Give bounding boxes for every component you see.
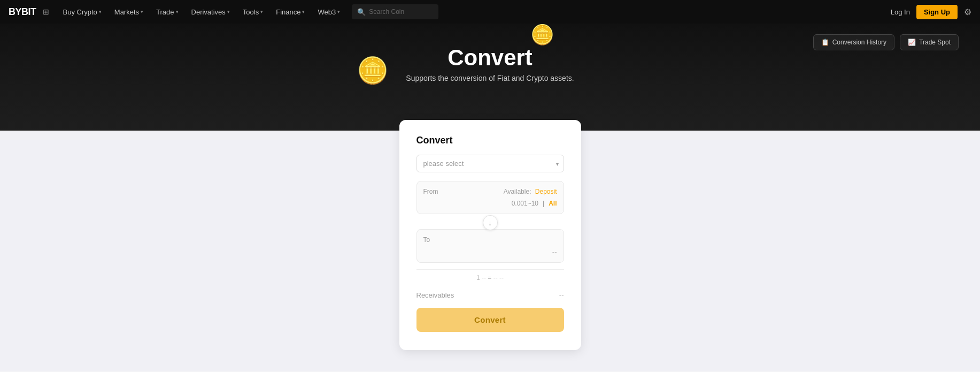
chevron-icon: ▾ <box>99 9 102 14</box>
hero-actions: 📋 Conversion History 📈 Trade Spot <box>813 34 959 50</box>
coin-select-wrapper[interactable]: please select ▾ <box>416 155 564 172</box>
trade-icon: 📈 <box>908 39 916 46</box>
rate-display: 1 -- = -- -- <box>416 269 564 286</box>
swap-button[interactable]: ↓ <box>483 215 498 230</box>
receivables-label: Receivables <box>416 291 454 299</box>
history-icon: 📋 <box>821 39 829 46</box>
receivables-row: Receivables -- <box>416 291 564 299</box>
nav-derivatives[interactable]: Derivatives ▾ <box>186 8 235 16</box>
settings-icon[interactable]: ⚙ <box>964 7 971 17</box>
coin-decoration-left: 🪙 <box>357 56 389 86</box>
from-label: From <box>423 188 438 195</box>
nav-web3[interactable]: Web3 ▾ <box>312 8 345 16</box>
search-bar[interactable]: 🔍 <box>352 4 438 19</box>
nav-markets[interactable]: Markets ▾ <box>109 8 149 16</box>
all-link[interactable]: All <box>549 200 557 207</box>
card-title: Convert <box>416 135 564 146</box>
brand-logo[interactable]: BYBIT <box>9 6 36 18</box>
chevron-icon: ▾ <box>302 9 305 14</box>
nav-tools[interactable]: Tools ▾ <box>237 8 268 16</box>
available-text: Available: Deposit <box>504 188 557 195</box>
page-content: Convert please select ▾ From Available: … <box>0 131 980 371</box>
coin-decoration-top: 🪙 <box>530 24 554 46</box>
login-button[interactable]: Log In <box>891 8 910 16</box>
chevron-icon: ▾ <box>141 9 143 14</box>
hero-section: 🪙 🪙 📋 Conversion History 📈 Trade Spot Co… <box>0 24 980 131</box>
to-value: -- <box>423 248 557 256</box>
swap-button-wrapper: ↓ <box>416 215 564 230</box>
to-label: To <box>423 236 557 244</box>
from-header: From Available: Deposit <box>423 188 557 195</box>
signup-button[interactable]: Sign Up <box>916 5 958 19</box>
trade-spot-button[interactable]: 📈 Trade Spot <box>900 34 959 50</box>
page-subtitle: Supports the conversion of Fiat and Cryp… <box>406 74 574 82</box>
nav-buy-crypto[interactable]: Buy Crypto ▾ <box>58 8 107 16</box>
from-range: 0.001~10 | All <box>423 200 557 207</box>
search-input[interactable] <box>369 8 433 16</box>
nav-right-section: Log In Sign Up ⚙ <box>891 5 971 19</box>
convert-card: Convert please select ▾ From Available: … <box>399 120 581 350</box>
convert-button[interactable]: Convert <box>416 308 564 332</box>
to-box: To -- <box>416 229 564 263</box>
from-box: From Available: Deposit 0.001~10 | All <box>416 181 564 214</box>
nav-finance[interactable]: Finance ▾ <box>271 8 310 16</box>
search-icon: 🔍 <box>357 8 366 16</box>
coin-select[interactable]: please select <box>416 155 564 172</box>
nav-trade[interactable]: Trade ▾ <box>151 8 183 16</box>
chevron-icon: ▾ <box>227 9 230 14</box>
deposit-link[interactable]: Deposit <box>535 188 557 195</box>
navbar: BYBIT ⊞ Buy Crypto ▾ Markets ▾ Trade ▾ D… <box>0 0 980 24</box>
chevron-icon: ▾ <box>176 9 179 14</box>
page-title: Convert <box>447 45 533 71</box>
receivables-value: -- <box>559 291 564 299</box>
chevron-icon: ▾ <box>337 9 340 14</box>
grid-icon[interactable]: ⊞ <box>43 7 49 16</box>
chevron-icon: ▾ <box>260 9 263 14</box>
conversion-history-button[interactable]: 📋 Conversion History <box>813 34 894 50</box>
